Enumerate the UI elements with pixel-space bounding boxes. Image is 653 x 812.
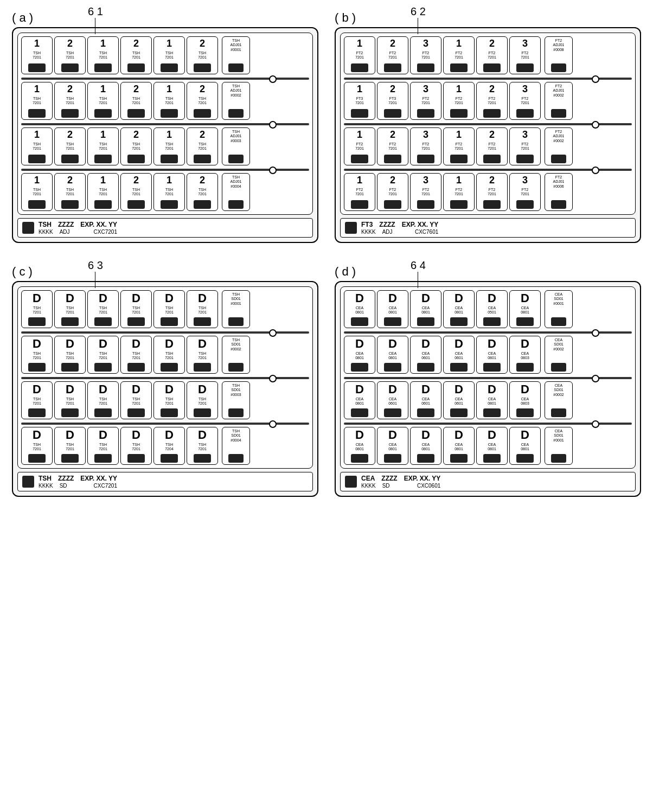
card-letter-b-1-2: 3 [423, 84, 428, 94]
side-card-top-a-3: TSH ADJ01 #0004 [230, 175, 241, 189]
card-letter-d-2-0: D [355, 383, 364, 395]
card-letter-b-0-4: 2 [489, 39, 495, 48]
card-sub-c-3-0: TSH 7201 [33, 443, 41, 451]
card-sub-a-2-2: TSH 7201 [99, 142, 107, 150]
info-bar-c: TSHZZZZEXP. XX. YYKKKKSDCXC7201 [17, 472, 313, 491]
card-letter-a-3-1: 2 [67, 175, 73, 185]
card-sub-d-1-2: CEA 0601 [421, 351, 430, 360]
card-sub-d-0-3: CEA 0801 [454, 306, 463, 314]
card-sub-d-1-0: CEA 0801 [355, 351, 364, 360]
card-sub-b-1-1: FT3 7201 [388, 97, 397, 105]
card-sub-d-2-1: CEA 0601 [388, 397, 397, 405]
card-connector-b-1-3 [450, 109, 468, 118]
card-d-1-3: DCEA 0601 [443, 336, 475, 374]
card-a-3-1: 2TSH 7201 [54, 173, 86, 211]
card-letter-d-2-5: D [521, 383, 529, 395]
card-d-3-0: DCEA 0801 [344, 427, 375, 465]
card-letter-b-2-5: 3 [522, 130, 528, 139]
card-connector-c-3-2 [94, 454, 112, 463]
card-connector-d-2-2 [417, 408, 434, 417]
card-a-1-3: 2TSH 7201 [120, 82, 152, 120]
card-letter-b-0-0: 1 [357, 39, 362, 48]
side-card-top-c-3: TSH SD01 #0004 [231, 429, 241, 443]
card-b-1-0: 1FT3 7201 [344, 82, 375, 120]
info-type-d: CEA [361, 475, 375, 482]
side-card-top-d-2: CEA SD01 #0002 [553, 383, 564, 397]
panel-wrapper-c: ( c )6 3DTSH 7201DTSH 7201DTSH 7201DTSH … [12, 265, 318, 497]
card-connector-a-2-1 [61, 155, 79, 163]
info-row1-c: TSHZZZZEXP. XX. YY [39, 475, 117, 482]
card-connector-b-1-2 [417, 109, 434, 118]
card-row-a-2: 1TSH 72012TSH 72011TSH 72012TSH 72011TSH… [21, 127, 309, 165]
arrow-line-a [95, 18, 95, 34]
card-sub-a-2-1: TSH 7201 [66, 142, 74, 150]
side-card-b-2: FT2 ADJ01 #0002 [545, 127, 573, 165]
card-sub-a-3-2: TSH 7201 [99, 188, 107, 196]
card-connector-a-1-4 [161, 109, 178, 118]
card-row-b-2: 1FT2 72012FT2 72013FT2 72011FT2 72012FT2… [344, 127, 632, 165]
card-letter-c-3-4: D [165, 429, 174, 441]
card-connector-d-3-2 [417, 454, 434, 463]
card-sub-b-1-5: FT2 7201 [521, 97, 529, 105]
card-c-2-4: DTSH 7201 [153, 381, 185, 419]
card-connector-b-2-0 [351, 155, 368, 163]
side-card-connector-a-3 [228, 200, 244, 209]
panel-c: DTSH 7201DTSH 7201DTSH 7201DTSH 7201DTSH… [12, 281, 318, 497]
card-letter-a-2-3: 2 [133, 130, 139, 139]
info-kkkk-a: KKKK [39, 229, 53, 235]
card-sub-a-0-1: TSH 7201 [66, 51, 74, 59]
card-sub-c-1-0: TSH 7201 [33, 351, 41, 360]
card-b-2-0: 1FT2 7201 [344, 127, 375, 165]
panel-a: 1TSH 72012TSH 72011TSH 72012TSH 72011TSH… [12, 27, 318, 243]
card-a-1-1: 2TSH 7201 [54, 82, 86, 120]
card-letter-d-1-0: D [355, 338, 364, 350]
card-sub-a-3-1: TSH 7201 [66, 188, 74, 196]
card-sub-d-3-4: CEA 0801 [488, 443, 496, 451]
card-a-2-0: 1TSH 7201 [21, 127, 53, 165]
card-letter-c-3-0: D [33, 429, 41, 441]
card-a-3-0: 1TSH 7201 [21, 173, 53, 211]
card-connector-d-3-1 [384, 454, 401, 463]
card-letter-b-3-1: 2 [390, 175, 395, 185]
card-letter-d-0-4: D [488, 292, 496, 304]
card-connector-d-0-3 [450, 317, 468, 326]
card-d-1-5: DCEA 0803 [509, 336, 541, 374]
card-letter-a-3-5: 2 [200, 175, 205, 185]
info-adj-a: ADJ [60, 229, 70, 235]
card-sub-c-3-4: TSH 7204 [165, 443, 174, 451]
card-letter-c-1-5: D [198, 338, 207, 350]
card-sub-c-3-3: TSH 7201 [132, 443, 140, 451]
card-letter-a-1-1: 2 [67, 84, 73, 94]
card-sub-c-2-3: TSH 7201 [132, 397, 140, 405]
card-a-0-0: 1TSH 7201 [21, 36, 53, 74]
card-sub-d-0-0: CEA 0801 [355, 306, 364, 314]
card-connector-d-2-1 [384, 408, 401, 417]
card-b-3-5: 3FT2 7201 [509, 173, 541, 211]
card-d-0-5: DCEA 0801 [509, 290, 541, 328]
panel-d: DCEA 0801DCEA 0801DCEA 0801DCEA 0801DCEA… [335, 281, 641, 497]
card-sub-a-0-0: TSH 7201 [33, 51, 41, 59]
card-connector-a-3-3 [127, 200, 145, 209]
card-sub-d-2-0: CEA 0801 [355, 397, 364, 405]
card-d-2-0: DCEA 0801 [344, 381, 375, 419]
card-letter-d-3-1: D [388, 429, 397, 441]
main-grid: ( a )6 11TSH 72012TSH 72011TSH 72012TSH … [12, 11, 641, 497]
card-connector-c-2-1 [61, 408, 79, 417]
card-b-1-2: 3FT2 7201 [410, 82, 441, 120]
card-b-0-4: 2FT2 7201 [476, 36, 508, 74]
card-sub-c-2-0: TSH 7201 [33, 397, 41, 405]
panel-label-row-c: ( c )6 3 [12, 265, 318, 279]
card-d-1-1: DCEA 0801 [377, 336, 408, 374]
info-row1-a: TSHZZZZEXP. XX. YY [39, 221, 117, 228]
card-letter-d-1-4: D [488, 338, 496, 350]
card-c-3-0: DTSH 7201 [21, 427, 53, 465]
panel-letter-c: ( c ) [12, 265, 33, 279]
info-row1-d: CEAZZZZEXP. XX. YY [361, 475, 440, 482]
card-letter-c-0-3: D [132, 292, 140, 304]
card-connector-b-1-5 [516, 109, 534, 118]
row-separator-c-1 [21, 331, 309, 334]
side-card-top-d-1: CEA SD01 #0002 [553, 338, 564, 351]
card-letter-a-0-3: 2 [133, 39, 139, 48]
arrow-label-d: 6 4 [411, 259, 426, 288]
card-connector-b-0-0 [351, 63, 368, 72]
